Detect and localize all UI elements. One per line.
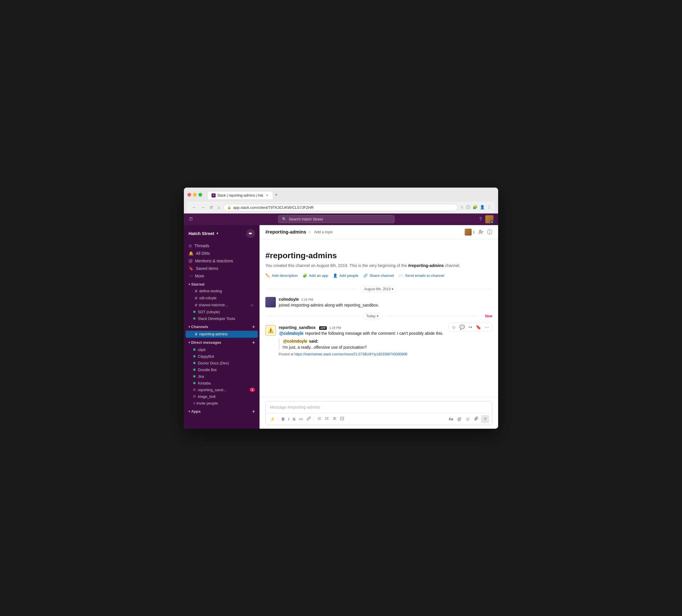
search-bar[interactable]: 🔍 Search Hatch Street <box>278 215 394 223</box>
history-icon[interactable]: ⏱ <box>188 217 193 222</box>
send-emails-action[interactable]: ✉️ Send emails to channel <box>399 274 444 278</box>
dm-clippybot[interactable]: ClippyBot <box>184 353 259 360</box>
at-mention-button[interactable]: @ <box>456 416 463 423</box>
channel-header-left: #reporting-admins ☆ Add a topic <box>265 230 333 235</box>
send-button[interactable] <box>481 415 489 423</box>
svg-point-10 <box>325 418 326 419</box>
channel-label: sdt-cdoyle <box>199 296 217 300</box>
dm-doctor-docs[interactable]: Doctor Docs (Dev) <box>184 360 259 366</box>
message-author[interactable]: colmdoyle <box>279 297 299 302</box>
sidebar-item-more[interactable]: ⋯ More <box>184 272 259 280</box>
starred-sdt-cdoyle[interactable]: # sdt-cdoyle <box>186 294 258 302</box>
close-button[interactable] <box>187 193 191 197</box>
dm-reporting-sand[interactable]: reporting_sand... 1 <box>184 386 259 393</box>
starred-shared-hatchstr[interactable]: # shared-hatchstr... ◇ <box>186 302 258 309</box>
format-button[interactable]: Aa <box>447 416 454 422</box>
minimize-button[interactable] <box>193 193 197 197</box>
forward-button[interactable]: → <box>200 205 206 210</box>
message-input[interactable] <box>266 401 492 413</box>
add-people-action[interactable]: 👤 Add people <box>333 274 359 278</box>
mention-tag[interactable]: @colmdoyle <box>279 331 304 336</box>
channel-topic[interactable]: Add a topic <box>314 230 333 234</box>
more-icon: ⋯ <box>188 274 192 278</box>
lightning-bolt-button[interactable]: ⚡ <box>269 416 276 423</box>
maximize-button[interactable] <box>199 193 202 197</box>
reload-button[interactable]: ↺ <box>208 205 214 210</box>
add-app-action[interactable]: 🧩 Add an app <box>302 274 328 278</box>
add-description-action[interactable]: ✏️ Add description <box>265 274 298 278</box>
dms-section-header[interactable]: ▾ Direct messages + <box>184 338 259 347</box>
dm-kintaba[interactable]: Kintaba <box>184 380 259 386</box>
bullet-list-button[interactable] <box>323 415 331 423</box>
starred-sdt-dm[interactable]: SDT (cdoyle) <box>184 309 259 315</box>
ordered-list-button[interactable] <box>316 415 323 423</box>
more-actions-button[interactable]: ⋯ <box>483 324 490 330</box>
share-channel-action[interactable]: 🔗 Share channel <box>363 274 394 278</box>
address-bar[interactable]: 🔒 app.slack.com/client/T9TK3CUKW/CLS7JFZ… <box>224 204 458 211</box>
channel-info-button[interactable]: ⓘ <box>487 229 492 236</box>
mention-yellow-tag[interactable]: @colmdoyle <box>282 339 308 343</box>
message-link[interactable]: https://hatchstreet.slack.com/archives/C… <box>294 352 407 356</box>
dm-doodle-bot[interactable]: Doodle Bot <box>184 366 259 373</box>
star-icon[interactable]: ☆ <box>460 205 464 210</box>
active-tab[interactable]: S Slack | reporting-admins | Hat ✕ <box>208 192 273 199</box>
dm-triage-bolt[interactable]: triage_bolt <box>184 393 259 400</box>
menu-icon[interactable]: ⋮ <box>487 205 491 210</box>
extensions-icon[interactable]: 🧩 <box>473 205 477 210</box>
channel-intro: #reporting-admins You created this chann… <box>259 239 498 284</box>
today-label[interactable]: Today ▾ <box>363 313 382 319</box>
attach-file-button[interactable] <box>473 415 480 423</box>
tab-close-button[interactable]: ✕ <box>265 193 269 197</box>
channels-section-header[interactable]: ▾ Channels + <box>184 322 259 331</box>
back-button[interactable]: ← <box>191 205 197 210</box>
new-tab-button[interactable]: + <box>273 190 280 199</box>
block-quote-button[interactable] <box>339 415 346 423</box>
all-dms-label: All DMs <box>196 251 210 256</box>
emoji-reaction-button[interactable]: ☺ <box>450 324 457 330</box>
starred-section-header[interactable]: ▾ Starred <box>184 280 259 288</box>
online-status-icon <box>193 375 196 378</box>
lock-icon: 🔒 <box>227 206 231 209</box>
profile-icon[interactable]: 👤 <box>480 205 485 210</box>
mentions-icon: @ <box>188 259 192 263</box>
star-channel-button[interactable]: ☆ <box>308 230 312 234</box>
save-button[interactable]: 🔖 <box>475 324 482 330</box>
topbar-right: ? <box>479 215 494 223</box>
home-button[interactable]: ⌂ <box>217 205 221 210</box>
add-app-button[interactable]: + <box>252 409 255 414</box>
strikethrough-button[interactable]: S <box>291 416 297 423</box>
main-content: #reporting-admins ☆ Add a topic 1 <box>259 225 498 429</box>
add-channel-button[interactable]: + <box>252 324 255 330</box>
italic-button[interactable]: I <box>287 416 291 423</box>
hash-icon: # <box>195 289 197 293</box>
bold-button[interactable]: B <box>280 416 286 423</box>
user-avatar[interactable] <box>485 215 494 223</box>
compose-button[interactable]: ✏ <box>246 229 255 238</box>
link-button[interactable] <box>305 415 312 423</box>
starred-slack-dev[interactable]: Slack Developer Tools <box>184 315 259 322</box>
share-button[interactable]: ↪ <box>467 324 473 330</box>
code-button[interactable]: <> <box>297 416 304 422</box>
channel-reporting-admins[interactable]: # reporting-admins <box>186 331 258 338</box>
sidebar-item-threads[interactable]: ⊙ Threads <box>184 242 259 250</box>
help-icon[interactable]: ? <box>479 217 482 222</box>
dm-jira[interactable]: Jira <box>184 373 259 380</box>
starred-define-testing[interactable]: # define-testing <box>186 288 258 294</box>
apps-section-header[interactable]: ▾ Apps + <box>184 407 259 415</box>
indent-button[interactable] <box>331 415 338 423</box>
emoji-button[interactable]: ☺ <box>464 415 472 423</box>
sidebar-item-mentions[interactable]: @ Mentions & reactions <box>184 257 259 265</box>
sidebar-item-all-dms[interactable]: 🔔 All DMs <box>184 250 259 257</box>
sidebar-item-saved[interactable]: 🔖 Saved items <box>184 265 259 272</box>
info-icon[interactable]: ⓘ <box>466 205 470 210</box>
add-member-button[interactable] <box>478 230 483 235</box>
message-author[interactable]: reporting_sandbox <box>279 325 316 330</box>
date-label[interactable]: August 6th, 2019 ▾ <box>361 286 397 292</box>
dm-clipit[interactable]: clipit <box>184 347 259 353</box>
workspace-header[interactable]: Hatch Street ▼ ✏ <box>184 225 259 242</box>
invite-people-button[interactable]: + Invite people <box>184 400 259 407</box>
member-avatars[interactable]: 1 <box>465 229 475 236</box>
add-dm-button[interactable]: + <box>252 340 255 345</box>
online-status-icon <box>193 349 196 351</box>
reply-in-thread-button[interactable]: 💬 <box>458 324 466 330</box>
